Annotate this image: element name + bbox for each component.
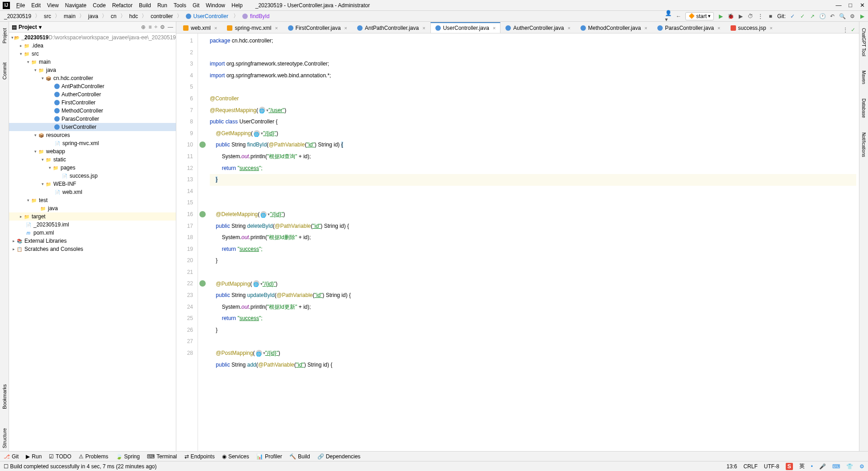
tab-commit[interactable]: Commit — [1, 60, 8, 82]
gutter-icons — [198, 33, 207, 451]
tab-success[interactable]: success.jsp× — [726, 22, 778, 33]
tool-terminal[interactable]: ⌨ Terminal — [147, 453, 177, 460]
menu-code[interactable]: Code — [90, 1, 108, 9]
menu-file[interactable]: File — [14, 1, 28, 9]
ime-lang[interactable]: 英 — [799, 462, 805, 470]
collapse-icon[interactable]: ÷ — [154, 24, 157, 30]
tool-spring[interactable]: 🍃 Spring — [116, 453, 140, 460]
tab-project[interactable]: Project — [1, 25, 8, 46]
git-commit-icon[interactable]: ✓ — [799, 13, 806, 19]
window-title: _20230519 - UserController.java - Admini… — [255, 2, 370, 9]
class-icon — [54, 84, 60, 89]
minimize-icon[interactable]: — — [835, 2, 842, 9]
tab-method[interactable]: MethodController.java× — [576, 22, 652, 33]
endpoint-icon[interactable] — [199, 211, 206, 217]
more-icon[interactable]: ⋮ — [757, 13, 764, 19]
hide-icon[interactable]: — — [168, 24, 173, 30]
editor-tabs: web.xml× spring-mvc.xml× FirstController… — [176, 22, 859, 33]
crumb-cn[interactable]: cn — [109, 13, 118, 19]
tab-database[interactable]: Database — [860, 96, 867, 121]
tab-maven[interactable]: Maven — [860, 68, 867, 87]
tab-web-xml[interactable]: web.xml× — [178, 22, 222, 33]
tool-run[interactable]: ▶ Run — [26, 453, 42, 460]
menu-git[interactable]: Git — [190, 1, 202, 9]
status-icon-2[interactable]: 🎤 — [819, 463, 826, 470]
menu-run[interactable]: Run — [155, 1, 170, 9]
tool-problems[interactable]: ⚠ Problems — [79, 453, 108, 460]
app-logo: IJ — [3, 2, 10, 9]
ime-indicator[interactable]: S — [786, 463, 793, 470]
menu-refactor[interactable]: Refactor — [109, 1, 135, 9]
crumb-java[interactable]: java — [87, 13, 99, 19]
crumb-hdc[interactable]: hdc — [128, 13, 139, 19]
tool-endpoints[interactable]: ⇄ Endpoints — [184, 453, 215, 460]
run-icon[interactable]: ▶ — [717, 13, 724, 19]
debug-icon[interactable]: 🐞 — [727, 13, 734, 19]
tab-bookmarks[interactable]: Bookmarks — [1, 382, 8, 412]
crumb-main[interactable]: main — [62, 13, 77, 19]
status-icon-1[interactable]: • — [811, 463, 813, 470]
menu-build[interactable]: Build — [136, 1, 154, 9]
profile-icon[interactable]: ⏱ — [747, 13, 754, 19]
menu-view[interactable]: View — [44, 1, 61, 9]
status-icon-3[interactable]: ⌨ — [832, 463, 840, 470]
left-tool-strip: Project Commit Bookmarks Structure — [0, 22, 9, 451]
tool-dependencies[interactable]: 🔗 Dependencies — [317, 453, 361, 460]
menu-window[interactable]: Window — [203, 1, 228, 9]
maximize-icon[interactable]: □ — [847, 2, 854, 9]
endpoint-icon[interactable] — [199, 280, 206, 287]
tool-build[interactable]: 🔨 Build — [289, 453, 310, 460]
gear-icon[interactable]: ⚙ — [160, 24, 165, 30]
search-icon[interactable]: 🔍 — [839, 13, 845, 19]
project-tree[interactable]: ▾📂_20230519 D:\workspace\workspace_javae… — [9, 33, 176, 451]
menu-bar: IJ File Edit View Navigate Code Refactor… — [0, 0, 868, 11]
menu-tools[interactable]: Tools — [171, 1, 189, 9]
git-history-icon[interactable]: 🕐 — [819, 13, 826, 19]
close-icon[interactable]: ✕ — [859, 2, 865, 9]
crumb-method[interactable]: findById — [241, 13, 272, 19]
line-separator[interactable]: CRLF — [743, 463, 757, 470]
menu-navigate[interactable]: Navigate — [62, 1, 89, 9]
tab-usercontroller[interactable]: UserController.java× — [430, 22, 500, 33]
stop-icon[interactable]: ■ — [767, 13, 774, 19]
user-icon[interactable]: 👤▾ — [665, 13, 672, 19]
expand-icon[interactable]: ≡ — [148, 24, 151, 30]
run-config-selector[interactable]: 🔶 start ▾ — [685, 12, 714, 20]
crumb-project[interactable]: _20230519 — [3, 13, 33, 19]
tab-paras[interactable]: ParasController.java× — [652, 22, 726, 33]
tab-antpath[interactable]: AntPathController.java× — [352, 22, 430, 33]
menu-help[interactable]: Help — [229, 1, 245, 9]
tab-structure[interactable]: Structure — [1, 425, 8, 451]
crumb-src[interactable]: src — [42, 13, 52, 19]
coverage-icon[interactable]: ▶ — [737, 13, 744, 19]
play-last-icon[interactable]: ▶ — [859, 13, 865, 19]
tab-chatgpt[interactable]: ChatGPT Tool — [860, 25, 867, 59]
select-opened-icon[interactable]: ⊕ — [141, 24, 146, 30]
git-rollback-icon[interactable]: ↶ — [829, 13, 835, 19]
caret-position[interactable]: 13:6 — [726, 463, 737, 470]
inspection-ok-icon[interactable]: ✓ — [851, 27, 855, 33]
status-icon-4[interactable]: 👕 — [846, 463, 853, 470]
code-content[interactable]: package cn.hdc.controller; import org.sp… — [207, 33, 859, 451]
endpoint-icon[interactable] — [199, 141, 206, 148]
code-editor[interactable]: 123456789 10111213141516171819 202122232… — [176, 33, 859, 451]
tab-auther[interactable]: AutherController.java× — [500, 22, 576, 33]
tool-services[interactable]: ◉ Services — [222, 453, 249, 460]
tool-profiler[interactable]: 📊 Profiler — [256, 453, 282, 460]
crumb-class[interactable]: UserController — [184, 13, 231, 19]
project-dropdown-icon[interactable]: ▤ — [12, 24, 17, 30]
file-encoding[interactable]: UTF-8 — [764, 463, 779, 470]
tab-notifications[interactable]: Notifications — [860, 130, 867, 160]
git-update-icon[interactable]: ✓ — [789, 13, 796, 19]
tool-todo[interactable]: ☑ TODO — [49, 453, 71, 460]
git-push-icon[interactable]: ↗ — [809, 13, 816, 19]
tool-git[interactable]: ⎇Git — [4, 453, 19, 460]
tab-list-icon[interactable]: ⋮ — [843, 27, 848, 33]
tab-spring-mvc[interactable]: spring-mvc.xml× — [222, 22, 283, 33]
back-icon[interactable]: ← — [675, 13, 682, 19]
settings-icon[interactable]: ⚙ — [849, 13, 855, 19]
menu-edit[interactable]: Edit — [28, 1, 43, 9]
crumb-controller[interactable]: controller — [149, 13, 174, 19]
tab-first[interactable]: FirstController.java× — [283, 22, 352, 33]
status-icon-5[interactable]: ⚙ — [859, 463, 864, 470]
